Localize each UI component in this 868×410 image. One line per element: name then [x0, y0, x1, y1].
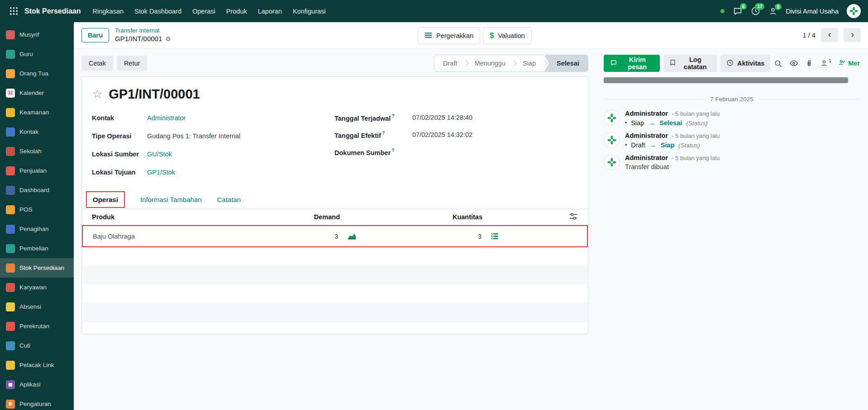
- help-marker[interactable]: ?: [382, 130, 385, 136]
- app-title[interactable]: Stok Persediaan: [24, 7, 81, 15]
- app-icon-glyph: 31: [8, 91, 13, 95]
- field-value[interactable]: GU/Stok: [147, 151, 172, 158]
- sidebar-item[interactable]: Penjualan: [0, 161, 74, 180]
- sidebar-item[interactable]: Cuti: [0, 336, 74, 355]
- field-value[interactable]: 07/02/2025 14:32:02: [412, 131, 472, 138]
- chatter-tools: 1 Mer: [774, 59, 860, 68]
- status-step[interactable]: Selesai: [544, 55, 588, 71]
- attachments-paperclip-icon[interactable]: [805, 59, 813, 67]
- help-marker[interactable]: ?: [391, 113, 394, 118]
- column-header-kuantitas[interactable]: Kuantitas: [357, 213, 500, 221]
- message-list: Administrator - 5 bulan yang lalu • Siap…: [604, 110, 860, 170]
- top-menu-item[interactable]: Operasi: [192, 8, 215, 15]
- message-author[interactable]: Administrator: [625, 132, 668, 139]
- activity-button[interactable]: Aktivitas: [720, 55, 770, 72]
- sidebar-item[interactable]: POS: [0, 200, 74, 219]
- chatter-buttons: Kirim pesan Log catatan Aktivitas: [604, 55, 860, 72]
- sidebar-item[interactable]: Keamanan: [0, 103, 74, 122]
- field-value[interactable]: 07/02/2025 14:28:40: [412, 114, 472, 121]
- breadcrumb-parent-link[interactable]: Transfer Internal: [115, 27, 171, 35]
- sidebar-item-label: Absensi: [19, 303, 41, 310]
- status-step[interactable]: Draft: [434, 55, 466, 71]
- tab[interactable]: Catatan: [217, 190, 241, 209]
- company-switcher[interactable]: Divisi Amal Usaha: [786, 8, 839, 15]
- return-button[interactable]: Retur: [117, 56, 147, 71]
- search-messages-icon[interactable]: [774, 59, 782, 68]
- followers-icon[interactable]: 1: [820, 59, 831, 67]
- top-menu-item[interactable]: Ringkasan: [93, 8, 124, 15]
- sidebar-item[interactable]: Orang Tua: [0, 64, 74, 83]
- sidebar-item[interactable]: Absensi: [0, 297, 74, 316]
- sidebar-item[interactable]: Perekrutan: [0, 316, 74, 336]
- message-content: • Siap → Selesai (Status): [625, 119, 720, 127]
- app-icon: [6, 302, 15, 311]
- apps-menu-icon[interactable]: [7, 5, 20, 18]
- field-value[interactable]: Administrator: [147, 114, 186, 122]
- sidebar-item[interactable]: 31 Kalender: [0, 83, 74, 103]
- send-message-button[interactable]: Kirim pesan: [604, 55, 660, 72]
- message-author[interactable]: Administrator: [625, 110, 668, 117]
- field-value[interactable]: Gudang Pos 1: Transfer Internal: [147, 132, 240, 140]
- top-menu-item[interactable]: Konfigurasi: [293, 8, 326, 15]
- new-button[interactable]: Baru: [81, 28, 109, 42]
- field-value[interactable]: GP1/Stok: [147, 169, 175, 176]
- table-row[interactable]: Baju Olahraga 3 3: [82, 225, 588, 247]
- log-note-icon: [669, 59, 676, 67]
- watch-eye-icon[interactable]: [789, 59, 798, 68]
- field-label: Lokasi Tujuan: [92, 169, 147, 176]
- following-button[interactable]: Mer: [838, 59, 860, 68]
- user-avatar[interactable]: [847, 4, 861, 18]
- log-note-label: Log catatan: [680, 56, 711, 71]
- status-step[interactable]: Siap: [514, 55, 544, 71]
- messages-badge: 6: [740, 3, 747, 10]
- sidebar-item[interactable]: Musyrif: [0, 25, 74, 44]
- sidebar-item[interactable]: Pelacak Link: [0, 355, 74, 375]
- top-menu-item[interactable]: Produk: [226, 8, 247, 15]
- moves-icon: [424, 32, 432, 40]
- cell-kuantitas[interactable]: 3: [356, 233, 499, 240]
- favorite-star-icon[interactable]: ☆: [92, 88, 103, 100]
- sidebar-item[interactable]: Stok Persediaan: [0, 258, 74, 278]
- help-marker[interactable]: ?: [391, 147, 394, 153]
- user-notifications-icon[interactable]: 5: [768, 7, 777, 16]
- moves-button[interactable]: Pergerakkan: [418, 27, 480, 44]
- empty-row[interactable]: [82, 247, 588, 265]
- message-author[interactable]: Administrator: [625, 154, 668, 161]
- sidebar-item[interactable]: Dashboard: [0, 180, 74, 200]
- tab[interactable]: Operasi: [86, 191, 125, 208]
- pager-next-button[interactable]: [844, 28, 861, 42]
- chatter: Kirim pesan Log catatan Aktivitas: [596, 55, 868, 410]
- sidebar-item[interactable]: Penagihan: [0, 219, 74, 239]
- cell-produk[interactable]: Baju Olahraga: [83, 233, 270, 240]
- sidebar-item[interactable]: ▦ Aplikasi: [0, 375, 74, 394]
- top-menu-item[interactable]: Laporan: [258, 8, 282, 15]
- column-header-demand[interactable]: Demand: [271, 213, 357, 221]
- sidebar-item[interactable]: Pembelian: [0, 239, 74, 258]
- top-menu-item[interactable]: Stok Dashboard: [134, 8, 181, 15]
- optional-columns-icon[interactable]: [569, 212, 578, 221]
- pager-previous-button[interactable]: [821, 28, 838, 42]
- forecast-chart-icon[interactable]: [347, 233, 356, 240]
- sidebar-item[interactable]: Guru: [0, 44, 74, 64]
- pager-counter: 1 / 4: [803, 32, 816, 39]
- tab[interactable]: Informasi Tambahan: [140, 190, 202, 209]
- log-note-button[interactable]: Log catatan: [663, 55, 717, 72]
- title-row: ☆ GP1/INT/00001: [82, 87, 588, 102]
- record-settings-gear-icon[interactable]: ⚙: [165, 36, 171, 42]
- column-header-produk[interactable]: Produk: [82, 213, 271, 221]
- sidebar-item[interactable]: Karyawan: [0, 278, 74, 297]
- valuation-button[interactable]: $ Valuation: [483, 27, 531, 44]
- activities-clock-icon[interactable]: 17: [751, 6, 760, 16]
- form-column: Cetak Retur DraftMenungguSiapSelesai ☆ G…: [74, 55, 596, 410]
- cell-demand[interactable]: 3: [270, 233, 356, 240]
- status-step[interactable]: Menunggu: [466, 55, 514, 71]
- sidebar-item[interactable]: Sekolah: [0, 141, 74, 161]
- sidebar-item[interactable]: Kontak: [0, 122, 74, 141]
- moves-button-label: Pergerakkan: [436, 32, 473, 39]
- sidebar-item[interactable]: ⚙ Pengaturan: [0, 394, 74, 410]
- sidebar-item-label: Stok Persediaan: [19, 264, 64, 271]
- print-button[interactable]: Cetak: [81, 56, 113, 71]
- detailed-operations-icon[interactable]: [491, 233, 499, 240]
- field-row: Lokasi Tujuan GP1/Stok: [92, 163, 318, 181]
- messages-icon[interactable]: 6: [733, 6, 743, 16]
